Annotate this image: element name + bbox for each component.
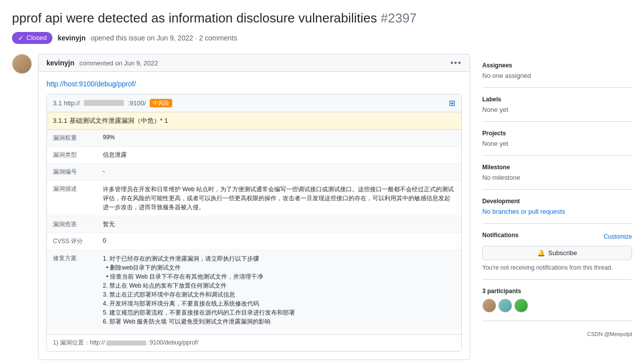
main-content: kevinyjn commented on Jun 9, 2022 ••• ht… xyxy=(12,54,470,360)
author-link[interactable]: kevinyjn xyxy=(57,34,85,42)
comment-body: http://host:9100/debug/pprof/ 3.1 http:/… xyxy=(38,72,470,360)
title-text: pprof api were detected as information d… xyxy=(12,10,377,25)
vuln-report: 3.1 http:// :9100/ 中风险 ⊞ 3.1.1 基础测试文件泄露漏… xyxy=(46,94,462,352)
participant-avatar-1[interactable] xyxy=(482,299,496,313)
sidebar-projects: Projects None yet xyxy=(482,122,632,156)
notif-note: You're not receiving notifications from … xyxy=(482,264,632,271)
row-label-fix: 修复方案 xyxy=(47,250,97,330)
main-layout: kevinyjn commented on Jun 9, 2022 ••• ht… xyxy=(12,54,632,360)
table-row: 漏洞编号 - xyxy=(47,163,461,180)
vuln-report-header: 3.1 http:// :9100/ 中风险 ⊞ xyxy=(47,94,461,112)
row-value-desc: 许多管理员在开发和日常维护 Web 站点时，为了方便测试通常会编写一些调试接口或… xyxy=(97,180,461,216)
table-row: 修复方案 1. 对于已经存在的测试文件泄露漏洞，请立即执行以下步骤 • 删除we… xyxy=(47,250,461,330)
milestone-title: Milestone xyxy=(482,164,632,171)
row-label-cvss: CVSS 评分 xyxy=(47,233,97,250)
participant-avatar-2[interactable] xyxy=(498,299,512,313)
labels-value: None yet xyxy=(482,106,632,113)
participants-list xyxy=(482,299,632,313)
sidebar-development: Development No branches or pull requests xyxy=(482,190,632,224)
customize-link[interactable]: Customize xyxy=(604,233,632,240)
assignees-title: Assignees xyxy=(482,62,632,69)
comment-date: commented on Jun 9, 2022 xyxy=(79,59,158,67)
vuln-table: 漏洞权重 99% 漏洞类型 信息泄露 漏洞编号 - xyxy=(47,130,461,330)
row-value-id: - xyxy=(97,163,461,180)
row-label-weight: 漏洞权重 xyxy=(47,130,97,147)
milestone-value: No milestone xyxy=(482,174,632,181)
notifications-title: Notifications xyxy=(482,232,519,239)
table-row: CVSS 评分 0 xyxy=(47,233,461,250)
comment-header: kevinyjn commented on Jun 9, 2022 ••• xyxy=(38,54,470,72)
projects-title: Projects xyxy=(482,130,632,137)
ip-masked xyxy=(84,100,124,106)
table-row: 漏洞类型 信息泄露 xyxy=(47,146,461,163)
issue-number: #2397 xyxy=(381,10,417,25)
vuln-desc-text: 许多管理员在开发和日常维护 Web 站点时，为了方便测试通常会编写一些调试接口或… xyxy=(103,186,454,211)
table-row: 漏洞权重 99% xyxy=(47,130,461,147)
page-title: pprof api were detected as information d… xyxy=(12,10,632,27)
participants-title: 3 participants xyxy=(482,288,632,295)
vuln-footer: 1) 漏洞位置：http:// :9100/debug/pprof/ xyxy=(47,334,461,351)
labels-title: Labels xyxy=(482,96,632,103)
row-value-harm: 暂无 xyxy=(97,216,461,233)
table-row: 漏洞描述 许多管理员在开发和日常维护 Web 站点时，为了方便测试通常会编写一些… xyxy=(47,180,461,216)
row-label-desc: 漏洞描述 xyxy=(47,180,97,216)
vuln-section-title: 3.1.1 基础测试文件泄露漏洞（中危）* 1 xyxy=(47,112,461,130)
check-circle-icon: ✓ xyxy=(18,34,24,42)
subscribe-label: Subscribe xyxy=(548,249,577,257)
comment-author[interactable]: kevinyjn xyxy=(46,59,74,67)
csdn-credit: CSDN @Meepoljd xyxy=(482,331,632,337)
sidebar-milestone: Milestone No milestone xyxy=(482,156,632,190)
vuln-header-suffix: :9100/ xyxy=(128,99,146,107)
sidebar-notifications: Notifications Customize 🔔 Subscribe You'… xyxy=(482,224,632,280)
status-label: Closed xyxy=(26,34,46,41)
row-label-id: 漏洞编号 xyxy=(47,163,97,180)
footer-suffix: :9100/debug/pprof/ xyxy=(148,339,199,346)
comment-box: kevinyjn commented on Jun 9, 2022 ••• ht… xyxy=(38,54,470,360)
sidebar: Assignees No one assigned Labels None ye… xyxy=(482,54,632,360)
row-label-harm: 漏洞危害 xyxy=(47,216,97,233)
risk-tag: 中风险 xyxy=(150,99,172,107)
row-label-type: 漏洞类型 xyxy=(47,146,97,163)
status-badge: ✓ Closed xyxy=(12,32,52,44)
sidebar-labels: Labels None yet xyxy=(482,88,632,122)
participant-avatar-3[interactable] xyxy=(514,299,528,313)
issue-meta: ✓ Closed kevinyjn opened this issue on J… xyxy=(12,32,632,44)
development-value: No branches or pull requests xyxy=(482,208,632,215)
row-value-type: 信息泄露 xyxy=(97,146,461,163)
comment-header-left: kevinyjn commented on Jun 9, 2022 xyxy=(46,59,158,67)
footer-text: 1) 漏洞位置：http:// xyxy=(53,339,105,346)
footer-ip-masked xyxy=(106,341,146,346)
comment-thread: kevinyjn commented on Jun 9, 2022 ••• ht… xyxy=(12,54,470,360)
vuln-header-label: 3.1 http:// xyxy=(53,99,80,107)
sidebar-assignees: Assignees No one assigned xyxy=(482,54,632,88)
projects-value: None yet xyxy=(482,140,632,147)
development-title: Development xyxy=(482,198,632,205)
assignees-value: No one assigned xyxy=(482,72,632,79)
subscribe-button[interactable]: 🔔 Subscribe xyxy=(482,246,632,260)
more-options-icon[interactable]: ••• xyxy=(450,58,462,67)
meta-text: opened this issue on Jun 9, 2022 · 2 com… xyxy=(91,34,237,42)
sidebar-participants: 3 participants xyxy=(482,280,632,321)
avatar xyxy=(12,54,32,74)
row-value-fix: 1. 对于已经存在的测试文件泄露漏洞，请立即执行以下步骤 • 删除web目录下的… xyxy=(97,250,461,330)
pprof-link[interactable]: http://host:9100/debug/pprof/ xyxy=(46,80,136,88)
row-value-cvss: 0 xyxy=(97,233,461,250)
fix-content: 1. 对于已经存在的测试文件泄露漏洞，请立即执行以下步骤 • 删除web目录下的… xyxy=(103,254,455,326)
scan-icon: ⊞ xyxy=(449,98,455,108)
avatar-image xyxy=(12,54,31,73)
row-value-weight: 99% xyxy=(97,130,461,147)
bell-icon: 🔔 xyxy=(537,249,545,257)
vuln-header-left: 3.1 http:// :9100/ 中风险 xyxy=(53,99,172,107)
table-row: 漏洞危害 暂无 xyxy=(47,216,461,233)
